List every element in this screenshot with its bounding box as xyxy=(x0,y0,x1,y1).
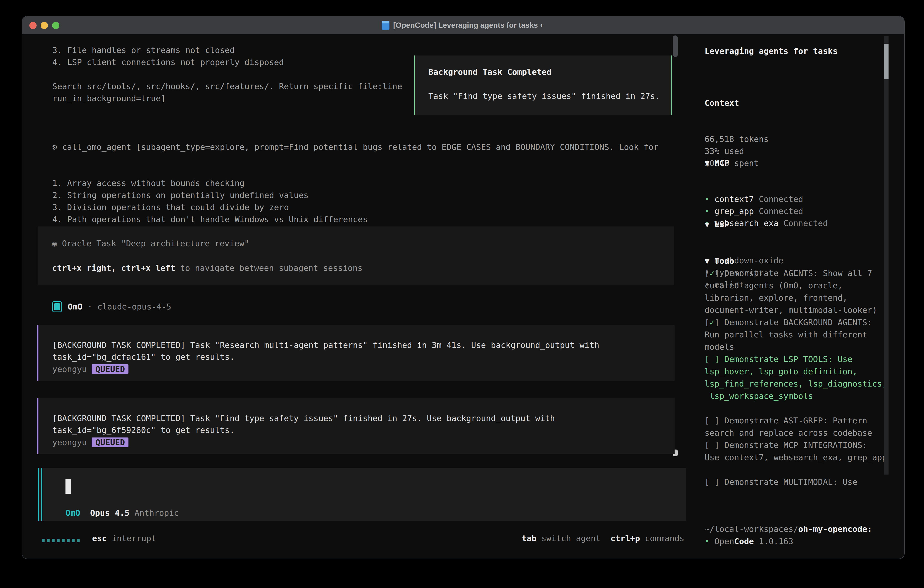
spinner-dot xyxy=(52,538,54,542)
task-meta: yeongyu QUEUED xyxy=(52,363,129,375)
oracle-icon: ◉ xyxy=(52,239,57,248)
spinner-dot xyxy=(42,538,45,542)
todo-line: [ ] Demonstrate LSP TOOLS: Use xyxy=(705,353,896,365)
scrollback-text: 3. File handles or streams not closed4. … xyxy=(52,44,402,104)
term-line: Search src/tools/, src/hooks/, src/featu… xyxy=(52,80,402,92)
task-message-line2: task_id="bg_6f59260c" to get results. xyxy=(52,424,234,436)
lsp-heading: ▼ LSP xyxy=(705,218,896,230)
background-task-card[interactable]: [BACKGROUND TASK COMPLETED] Task "Resear… xyxy=(37,325,675,381)
term-line: 3. File handles or streams not closed xyxy=(52,44,402,56)
queued-badge: QUEUED xyxy=(92,438,129,447)
task-message-line2: task_id="bg_dcfac161" to get results. xyxy=(52,351,234,363)
workspace-path: ~/local-workspaces/oh-my-opencode: maste… xyxy=(705,499,896,559)
term-line: 4. LSP client connections not properly d… xyxy=(52,56,402,68)
titlebar[interactable]: [OpenCode] Leveraging agents for tasks ◐ xyxy=(22,17,904,34)
spinner-dot xyxy=(62,538,64,542)
todo-line: lsp_find_references, lsp_diagnostics, xyxy=(705,378,896,390)
todo-line: lsp_workspace_symbols xyxy=(705,390,896,402)
close-button[interactable] xyxy=(29,22,36,29)
task-message-line1: [BACKGROUND TASK COMPLETED] Task "Find t… xyxy=(52,412,555,424)
oracle-task-title: ◉ Oracle Task "Deep architecture review" xyxy=(52,237,249,249)
todo-line: [ ] Demonstrate AST-GREP: Pattern xyxy=(705,415,896,427)
spinner-dot xyxy=(72,538,74,542)
input-accent-bar xyxy=(41,468,42,521)
spinner-dot xyxy=(67,538,69,542)
oracle-navigation-hint: ctrl+x right, ctrl+x left to navigate be… xyxy=(52,262,362,274)
oracle-task-box[interactable]: ◉ Oracle Task "Deep architecture review"… xyxy=(38,226,674,285)
task-meta: yeongyu QUEUED xyxy=(52,436,129,448)
todo-line: curated agents (OmO, oracle, xyxy=(705,279,896,292)
prompt-input[interactable]: OmO Opus 4.5 Anthropic xyxy=(38,468,686,521)
collapse-triangle-icon[interactable]: ▼ xyxy=(705,158,714,168)
term-line: run_in_background=true] xyxy=(52,92,402,104)
term-line xyxy=(52,68,402,80)
agent-omo-icon xyxy=(52,301,62,312)
todo-list: [✓] Demonstrate AGENTS: Show all 7curate… xyxy=(705,267,896,488)
todo-line: [✓] Demonstrate BACKGROUND AGENTS: xyxy=(705,316,896,329)
todo-line: [✓] Demonstrate AGENTS: Show all 7 xyxy=(705,267,896,279)
zoom-button[interactable] xyxy=(52,22,59,29)
term-line: 2. String operations on potentially unde… xyxy=(52,189,658,201)
notification-body: Task "Find type safety issues" finished … xyxy=(428,90,660,102)
sidebar-scrollbar[interactable] xyxy=(884,36,889,474)
spinner-dot xyxy=(77,538,79,542)
minimize-button[interactable] xyxy=(41,22,48,29)
task-message-line1: [BACKGROUND TASK COMPLETED] Task "Resear… xyxy=(52,339,599,351)
queued-badge: QUEUED xyxy=(92,364,129,374)
todo-line: lsp_hover, lsp_goto_definition, xyxy=(705,365,896,378)
term-line: 3. Division operations that could divide… xyxy=(52,201,658,213)
spinner-dot xyxy=(57,538,59,542)
todo-line: search and replace across codebase xyxy=(705,427,896,439)
collapse-triangle-icon[interactable]: ▼ xyxy=(705,256,714,266)
agent-model-selector[interactable]: OmO Opus 4.5 Anthropic xyxy=(66,507,179,519)
notification-title: Background Task Completed xyxy=(428,66,551,78)
collapse-triangle-icon[interactable]: ▼ xyxy=(705,220,714,229)
todo-line: Use context7, websearch_exa, grep_app xyxy=(705,451,896,464)
todo-line xyxy=(705,464,896,476)
todo-line: [ ] Demonstrate MULTIMODAL: Use xyxy=(705,476,896,488)
app-version: • OpenCode 1.0.163 xyxy=(705,535,896,547)
todo-line: librarian, explore, frontend, xyxy=(705,292,896,304)
context-heading: Context xyxy=(705,97,896,109)
todo-line xyxy=(705,402,896,415)
todo-line: Run parallel tasks with different xyxy=(705,329,896,341)
mcp-heading: ▼ MCP xyxy=(705,157,896,169)
todo-line: [ ] Demonstrate MCP INTEGRATIONS: xyxy=(705,439,896,451)
statusbar-right: tab switch agent ctrl+p commands xyxy=(522,532,684,544)
todo-heading: ▼ Todo xyxy=(705,255,896,267)
term-line: 1. Array access without bounds checking xyxy=(52,177,658,189)
session-title: Leveraging agents for tasks xyxy=(705,45,896,57)
window-title-text: [OpenCode] Leveraging agents for tasks ◐ xyxy=(393,21,544,30)
spinner-dot xyxy=(47,538,50,542)
background-task-card[interactable]: [BACKGROUND TASK COMPLETED] Task "Find t… xyxy=(37,398,675,454)
text-cursor xyxy=(66,479,71,494)
background-task-notification[interactable]: Background Task Completed Task "Find typ… xyxy=(414,56,672,115)
term-line: 4. Path operations that don't handle Win… xyxy=(52,213,658,225)
agent-header: OmO · claude-opus-4-5 xyxy=(52,301,171,313)
gear-icon: ⚙ xyxy=(52,142,57,152)
tool-call-first-line: ⚙ call_omo_agent [subagent_type=explore,… xyxy=(52,141,658,153)
sidebar-scrollbar-thumb[interactable] xyxy=(884,44,889,79)
statusbar-left: esc interrupt xyxy=(92,532,156,544)
window-title: [OpenCode] Leveraging agents for tasks ◐ xyxy=(382,21,544,30)
todo-line: document-writer, multimodal-looker) xyxy=(705,304,896,316)
status-dot-icon: • xyxy=(705,537,714,546)
terminal-window: [OpenCode] Leveraging agents for tasks ◐… xyxy=(21,16,905,559)
working-spinner xyxy=(42,538,79,542)
main-scrollbar-thumb-top[interactable] xyxy=(673,35,678,57)
todo-line: models xyxy=(705,341,896,353)
agent-header-text: OmO · claude-opus-4-5 xyxy=(68,301,171,313)
document-icon xyxy=(382,21,389,30)
